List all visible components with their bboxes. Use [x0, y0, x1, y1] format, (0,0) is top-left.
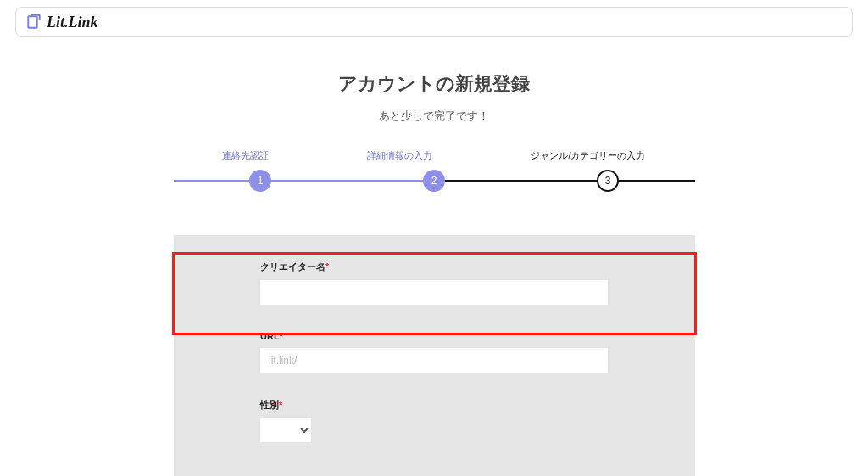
required-mark: * — [326, 261, 329, 272]
field-gender: 性別* — [260, 399, 608, 442]
brand-link[interactable]: Lit.Link — [26, 14, 98, 31]
gender-select[interactable] — [260, 418, 311, 442]
step-circle-2: 2 — [423, 170, 445, 192]
step-circle-1: 1 — [249, 170, 271, 192]
main-content: アカウントの新規登録 あと少しで完了です！ 連絡先認証 詳細情報の入力 ジャンル… — [0, 71, 868, 476]
svg-rect-0 — [28, 16, 37, 28]
url-label-text: URL — [260, 331, 280, 341]
required-mark: * — [279, 400, 282, 410]
creator-label-text: クリエイター名 — [260, 261, 326, 272]
required-mark: * — [280, 331, 283, 341]
brand-name: Lit.Link — [47, 14, 98, 31]
page-title: アカウントの新規登録 — [0, 71, 868, 97]
step-track: 1 2 3 — [174, 169, 695, 193]
step-label-3: ジャンル/カテゴリーの入力 — [531, 149, 645, 162]
creator-label: クリエイター名* — [260, 260, 608, 273]
creator-input[interactable] — [260, 280, 608, 305]
header-bar: Lit.Link — [15, 7, 853, 37]
step-label-2: 詳細情報の入力 — [367, 149, 432, 162]
form-panel: クリエイター名* URL* 性別* — [174, 235, 695, 476]
url-input[interactable] — [260, 348, 608, 373]
stepper: 連絡先認証 詳細情報の入力 ジャンル/カテゴリーの入力 1 2 3 — [174, 149, 695, 193]
gender-label-text: 性別 — [260, 400, 279, 410]
step-label-1: 連絡先認証 — [222, 149, 269, 162]
step-circle-3: 3 — [597, 170, 619, 192]
gender-label: 性別* — [260, 399, 608, 412]
url-label: URL* — [260, 331, 608, 341]
field-creator: クリエイター名* — [260, 260, 608, 305]
brand-logo-icon — [26, 14, 42, 30]
step-circles: 1 2 3 — [174, 170, 695, 192]
field-url: URL* — [260, 331, 608, 373]
step-labels: 連絡先認証 詳細情報の入力 ジャンル/カテゴリーの入力 — [174, 149, 695, 162]
page-subtitle: あと少しで完了です！ — [0, 109, 868, 124]
